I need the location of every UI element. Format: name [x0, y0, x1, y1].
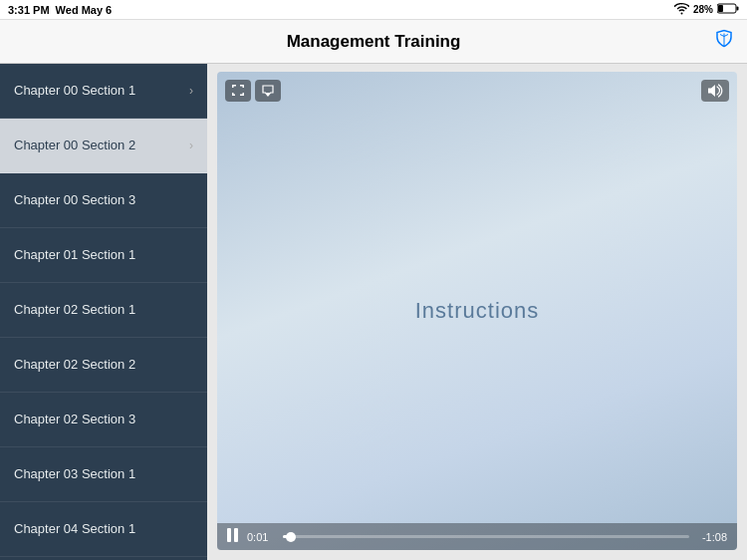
- status-bar: 3:31 PM Wed May 6 28%: [0, 0, 747, 20]
- sidebar-item-ch02s2[interactable]: Chapter 02 Section 2: [0, 338, 207, 393]
- battery-text: 28%: [693, 4, 713, 15]
- sidebar-item-label-ch02s3: Chapter 02 Section 3: [14, 412, 135, 428]
- sidebar-item-label-ch04s1: Chapter 04 Section 1: [14, 521, 135, 538]
- remaining-time: -1:08: [697, 531, 727, 543]
- header: Management Training: [0, 20, 747, 64]
- sidebar-item-ch03s1[interactable]: Chapter 03 Section 1: [0, 447, 207, 502]
- svg-rect-1: [737, 7, 739, 11]
- header-title: Management Training: [287, 32, 461, 52]
- video-title: Instructions: [415, 298, 540, 324]
- sidebar-item-label-ch00s3: Chapter 00 Section 3: [14, 192, 135, 209]
- svg-rect-4: [234, 528, 238, 542]
- svg-rect-2: [718, 5, 723, 12]
- sidebar-item-label-ch00s2: Chapter 00 Section 2: [14, 138, 135, 154]
- progress-thumb: [286, 532, 296, 542]
- video-player: Instructions 0:01 -1:08: [217, 72, 737, 550]
- sidebar: Chapter 00 Section 1›Chapter 00 Section …: [0, 64, 207, 560]
- fullscreen-button[interactable]: [225, 80, 251, 102]
- sidebar-item-label-ch02s2: Chapter 02 Section 2: [14, 357, 135, 374]
- content-area: Instructions 0:01 -1:08: [207, 64, 747, 560]
- sidebar-item-label-ch02s1: Chapter 02 Section 1: [14, 302, 135, 319]
- progress-bar[interactable]: [283, 535, 689, 538]
- chevron-icon-ch00s2: ›: [189, 139, 193, 152]
- sidebar-item-ch02s3[interactable]: Chapter 02 Section 3: [0, 393, 207, 447]
- sidebar-item-ch01s1[interactable]: Chapter 01 Section 1: [0, 228, 207, 283]
- status-date: Wed May 6: [56, 4, 113, 16]
- video-bottom-controls: 0:01 -1:08: [217, 523, 737, 550]
- status-time: 3:31 PM: [8, 4, 50, 16]
- book-icon[interactable]: [713, 29, 735, 54]
- sidebar-item-ch00s2[interactable]: Chapter 00 Section 2›: [0, 119, 207, 173]
- airplay-button[interactable]: [255, 80, 281, 102]
- current-time: 0:01: [247, 531, 275, 543]
- sidebar-item-label-ch03s1: Chapter 03 Section 1: [14, 466, 135, 483]
- volume-button[interactable]: [701, 80, 729, 102]
- sidebar-item-ch00s1[interactable]: Chapter 00 Section 1›: [0, 64, 207, 119]
- sidebar-item-ch04s1[interactable]: Chapter 04 Section 1: [0, 502, 207, 557]
- chevron-icon-ch00s1: ›: [189, 84, 193, 98]
- pause-button[interactable]: [227, 528, 239, 545]
- sidebar-item-label-ch01s1: Chapter 01 Section 1: [14, 247, 135, 264]
- wifi-icon: [674, 3, 689, 17]
- sidebar-item-ch02s1[interactable]: Chapter 02 Section 1: [0, 283, 207, 338]
- main-layout: Chapter 00 Section 1›Chapter 00 Section …: [0, 64, 747, 560]
- sidebar-item-ch00s3[interactable]: Chapter 00 Section 3: [0, 173, 207, 228]
- sidebar-item-label-ch00s1: Chapter 00 Section 1: [14, 83, 135, 100]
- video-top-controls: [225, 80, 729, 102]
- svg-rect-3: [227, 528, 231, 542]
- battery-icon: [717, 3, 739, 16]
